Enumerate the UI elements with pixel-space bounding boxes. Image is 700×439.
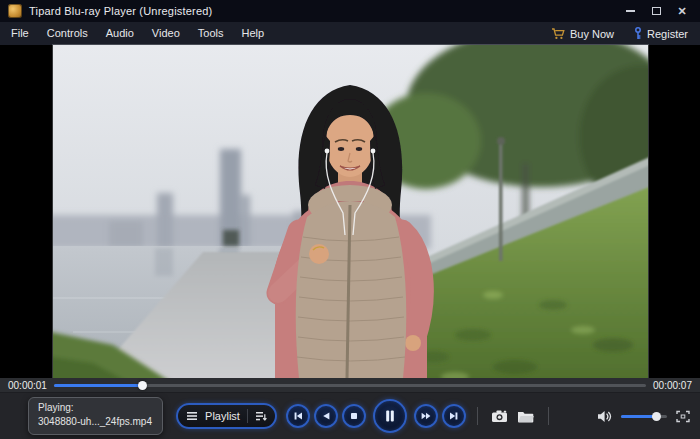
rewind-button[interactable] [314, 404, 338, 428]
next-button[interactable] [442, 404, 466, 428]
transport-cluster: Playlist [176, 399, 556, 433]
menu-file[interactable]: File [2, 22, 38, 45]
cart-icon [551, 28, 565, 40]
app-logo-icon [8, 4, 22, 18]
snapshot-camera-icon [491, 409, 508, 423]
stop-button[interactable] [342, 404, 366, 428]
previous-button[interactable] [286, 404, 310, 428]
key-icon [634, 27, 642, 40]
video-scene [53, 45, 648, 378]
playlist-button[interactable]: Playlist [176, 403, 277, 429]
minimize-button[interactable] [620, 3, 640, 19]
progress-fill [54, 384, 143, 387]
menu-help[interactable]: Help [232, 22, 273, 45]
volume-slider[interactable] [621, 415, 667, 418]
fast-forward-icon [420, 410, 432, 422]
play-order-icon[interactable] [255, 411, 267, 422]
open-file-button[interactable] [515, 405, 537, 427]
window-title: Tipard Blu-ray Player (Unregistered) [29, 5, 212, 17]
next-icon [448, 410, 460, 422]
control-bar: Playing: 3048880-uh..._24fps.mp4 Playlis… [0, 392, 700, 439]
now-playing-tooltip: Playing: 3048880-uh..._24fps.mp4 [28, 397, 163, 435]
volume-icon[interactable] [597, 410, 612, 423]
rewind-icon [320, 410, 332, 422]
previous-icon [292, 410, 304, 422]
video-frame[interactable] [53, 45, 648, 378]
register-button[interactable]: Register [634, 27, 688, 40]
menu-tools[interactable]: Tools [189, 22, 233, 45]
snapshot-button[interactable] [489, 405, 511, 427]
menu-controls[interactable]: Controls [38, 22, 97, 45]
maximize-button[interactable] [646, 3, 666, 19]
divider [548, 407, 549, 425]
app-window: Tipard Blu-ray Player (Unregistered) ✕ F… [0, 0, 700, 439]
titlebar: Tipard Blu-ray Player (Unregistered) ✕ [0, 0, 700, 22]
maximize-icon [652, 7, 661, 15]
fullscreen-icon[interactable] [676, 410, 690, 423]
progress-row: 00:00:01 00:00:07 [0, 378, 700, 392]
minimize-icon [626, 10, 635, 12]
register-label: Register [647, 28, 688, 40]
playlist-label: Playlist [205, 410, 240, 422]
now-playing-filename: 3048880-uh..._24fps.mp4 [38, 415, 152, 429]
buy-now-button[interactable]: Buy Now [551, 28, 614, 40]
open-folder-icon [517, 410, 534, 423]
menu-icon [186, 411, 198, 421]
current-time: 00:00:01 [8, 380, 47, 391]
video-stage [0, 45, 700, 378]
close-button[interactable]: ✕ [672, 3, 692, 19]
close-icon: ✕ [677, 6, 686, 17]
menu-video[interactable]: Video [143, 22, 189, 45]
fast-forward-button[interactable] [414, 404, 438, 428]
stop-icon [348, 410, 360, 422]
pause-icon [382, 408, 398, 424]
divider [477, 407, 478, 425]
total-time: 00:00:07 [653, 380, 692, 391]
progress-bar[interactable] [54, 384, 646, 387]
pause-button[interactable] [373, 399, 407, 433]
menubar: File Controls Audio Video Tools Help Buy… [0, 22, 700, 45]
progress-handle[interactable] [138, 381, 147, 390]
menubar-right: Buy Now Register [551, 27, 688, 40]
playlist-separator [247, 409, 248, 423]
window-controls: ✕ [620, 3, 692, 19]
now-playing-label: Playing: [38, 401, 152, 415]
volume-handle[interactable] [652, 412, 661, 421]
volume-zone [597, 393, 690, 439]
menu-audio[interactable]: Audio [97, 22, 143, 45]
buy-now-label: Buy Now [570, 28, 614, 40]
